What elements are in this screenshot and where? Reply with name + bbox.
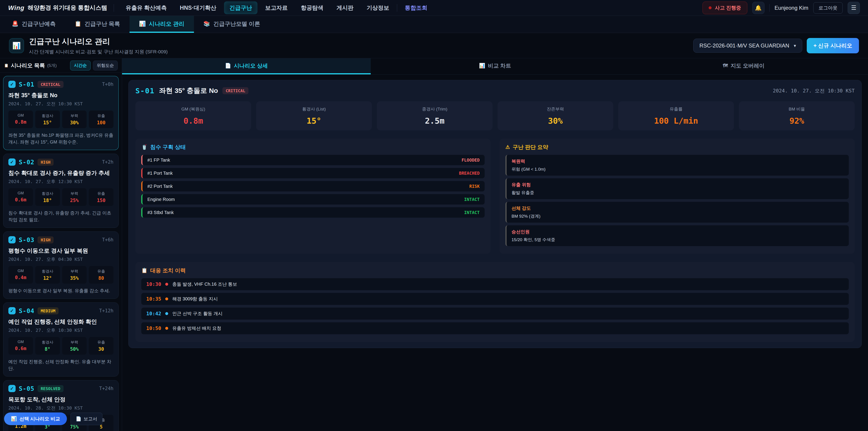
page-subtitle: 시간 단계별 시나리오 비교·검토 및 구난 의사결정 지원 (SFR-009) bbox=[29, 49, 168, 55]
scenario-checkbox[interactable]: ✓ bbox=[8, 158, 16, 166]
detail-severity-badge: CRITICAL bbox=[222, 87, 248, 94]
response-history-panel: 📋 대응 조치 이력 10:30 충돌 발생, VHF Ch.16 조난 통보 … bbox=[135, 262, 855, 342]
scenario-checkbox[interactable]: ✓ bbox=[8, 307, 16, 314]
clipboard-icon: 📋 bbox=[74, 21, 81, 27]
card-top-row: ✓ S-02 HIGH T+2h bbox=[8, 158, 114, 166]
flooding-status-panel: 🥤 침수 구획 상태 #1 FP Tank FLOODED #1 Port Ta… bbox=[135, 138, 491, 254]
time-offset: T+2h bbox=[102, 159, 114, 165]
bar-chart-icon: 📊 bbox=[479, 63, 485, 69]
scenario-card-s02[interactable]: ✓ S-02 HIGH T+2h 침수 확대로 경사 증가, 유출량 증가 추세… bbox=[3, 154, 119, 228]
scenario-metrics: GM0.8m 횡경사15° 부력30% 유출100 bbox=[8, 111, 114, 128]
check-icon: ✓ bbox=[10, 237, 14, 243]
tab-rescue-forecast[interactable]: 🚨 긴급구난예측 bbox=[2, 16, 65, 33]
nav-item-hns-dispersion[interactable]: HNS·대기확산 bbox=[175, 1, 222, 14]
tab-rescue-model-theory[interactable]: 📚 긴급구난모델 이론 bbox=[194, 16, 270, 33]
scenario-card-s04[interactable]: ✓ S-04 MEDIUM T+12h 예인 작업 진행중, 선체 안정화 확인… bbox=[3, 302, 119, 376]
user-name: Eunjeong Kim bbox=[775, 5, 808, 11]
brand[interactable]: Wing 해양환경 위기대응 통합시스템 bbox=[8, 4, 107, 12]
tab-map-overlay[interactable]: 🗺 지도 오버레이 bbox=[619, 58, 868, 74]
scenario-card-s03[interactable]: ✓ S-03 HIGH T+6h 평형수 이동으로 경사 일부 복원 2024.… bbox=[3, 232, 119, 299]
tab-label: 긴급구난모델 이론 bbox=[213, 20, 260, 28]
books-icon: 📚 bbox=[204, 21, 210, 27]
nav-item-board[interactable]: 게시판 bbox=[331, 1, 359, 14]
detail-scenario-id: S-01 bbox=[135, 87, 155, 95]
page-header-actions: RSC-2026-001·M/V SEA GUARDIAN ▾ + 신규 시나리… bbox=[693, 38, 859, 53]
card-top-row: ✓ S-05 RESOLVED T+24h bbox=[8, 385, 114, 392]
scenario-title: 침수 확대로 경사 증가, 유출량 증가 추세 bbox=[8, 169, 114, 177]
check-icon: ✓ bbox=[10, 82, 14, 87]
nav-item-reports[interactable]: 보고자료 bbox=[260, 1, 293, 14]
time-offset: T+12h bbox=[99, 308, 114, 313]
nav-item-integrated-search[interactable]: 통합조회 bbox=[399, 1, 433, 14]
document-icon: 📄 bbox=[76, 416, 81, 422]
content: 📋 시나리오 목록 (5개) 시간순 위험도순 ✓ S-01 CRITICAL … bbox=[0, 58, 868, 431]
hamburger-menu-button[interactable]: ☰ bbox=[848, 2, 860, 14]
nav-item-weather[interactable]: 기상정보 bbox=[361, 1, 395, 14]
flooding-panel-title: 침수 구획 상태 bbox=[150, 144, 186, 151]
scenario-description: 예인 작업 진행중, 선체 안정화 확인. 유출 대부분 차단. bbox=[8, 358, 114, 372]
nav-item-oil-spill-forecast[interactable]: 유출유 확산예측 bbox=[120, 1, 172, 14]
detail-datetime: 2024. 10. 27. 오전 10:30 KST bbox=[773, 88, 855, 94]
time-offset: T+0h bbox=[102, 82, 114, 87]
sort-by-risk-button[interactable]: 위험도순 bbox=[93, 61, 118, 70]
scenario-id: S-01 bbox=[19, 81, 34, 88]
compare-scenarios-button[interactable]: 📊 선택 시나리오 비교 bbox=[4, 412, 67, 425]
scenario-checkbox[interactable]: ✓ bbox=[8, 81, 16, 88]
nav-item-emergency-rescue[interactable]: 긴급구난 bbox=[224, 1, 257, 14]
scenario-card-s01[interactable]: ✓ S-01 CRITICAL T+0h 좌현 35° 충돌로 No 2024.… bbox=[3, 76, 119, 150]
tab-label: 긴급구난 목록 bbox=[85, 20, 120, 28]
flooding-icon: 🥤 bbox=[141, 144, 147, 150]
metric-buoyancy: 부력25% bbox=[62, 188, 87, 206]
scenario-checkbox[interactable]: ✓ bbox=[8, 236, 16, 243]
notifications-button[interactable]: 🔔 bbox=[752, 2, 765, 14]
scenario-title: 예인 작업 진행중, 선체 안정화 확인 bbox=[8, 318, 114, 326]
tab-rescue-list[interactable]: 📋 긴급구난 목록 bbox=[65, 16, 129, 33]
chart-icon: 📊 bbox=[12, 41, 21, 50]
metric-gm: GM0.6m bbox=[8, 337, 33, 355]
compare-label: 선택 시나리오 비교 bbox=[20, 415, 60, 422]
scenario-title: 좌현 35° 충돌로 No bbox=[8, 92, 114, 99]
case-select-dropdown[interactable]: RSC-2026-001·M/V SEA GUARDIAN ▾ bbox=[693, 39, 802, 53]
scenario-detail-panel: S-01 좌현 35° 충돌로 No CRITICAL 2024. 10. 27… bbox=[128, 80, 862, 348]
metric-gm: GM0.4m bbox=[8, 266, 33, 284]
incident-dot-icon bbox=[709, 6, 712, 9]
tab-comparison-chart[interactable]: 📊 비교 차트 bbox=[371, 58, 619, 74]
new-scenario-button[interactable]: + 신규 시나리오 bbox=[807, 38, 859, 53]
history-time: 10:35 bbox=[146, 296, 161, 302]
report-label: 보고서 bbox=[84, 416, 97, 422]
scenario-metrics: GM0.4m 횡경사12° 부력35% 유출80 bbox=[8, 266, 114, 284]
scenario-id: S-05 bbox=[19, 385, 34, 392]
scenario-datetime: 2024. 10. 27. 오후 10:30 KST bbox=[8, 327, 114, 333]
tab-scenario-detail[interactable]: 📄 시나리오 상세 bbox=[122, 58, 371, 74]
scenario-description: 침수 확대로 경사 증가, 유출량 증가 추세. 긴급 이초 작업 검토 필요. bbox=[8, 210, 114, 223]
history-row-1035: 10:35 해경 3009함 출동 지시 bbox=[141, 293, 849, 305]
metric-card-spill-rate: 유출률 100 L/min bbox=[618, 101, 734, 130]
sort-by-time-button[interactable]: 시간순 bbox=[70, 61, 91, 70]
scenario-checkbox[interactable]: ✓ bbox=[8, 385, 16, 392]
metric-gm: GM0.8m bbox=[8, 111, 33, 128]
judgement-spill-risk: 유출 위험 활발 유출중 bbox=[505, 178, 849, 199]
history-time: 10:30 bbox=[146, 281, 161, 287]
sort-toggle: 시간순 위험도순 bbox=[70, 61, 118, 70]
metric-list: 횡경사12° bbox=[35, 266, 60, 284]
scenario-description: 평형수 이동으로 경사 일부 복원. 유출률 감소 추세. bbox=[8, 287, 114, 294]
nav-item-aerial-search[interactable]: 항공탐색 bbox=[296, 1, 329, 14]
scenario-datetime: 2024. 10. 27. 오전 10:30 KST bbox=[8, 101, 114, 107]
logout-button[interactable]: 로그아웃 bbox=[813, 2, 843, 13]
severity-badge: MEDIUM bbox=[37, 307, 59, 314]
sidebar-title: 시나리오 목록 bbox=[11, 62, 45, 69]
time-offset: T+24h bbox=[99, 386, 114, 391]
list-icon: 📋 bbox=[4, 63, 8, 68]
bell-icon: 🔔 bbox=[755, 5, 762, 11]
detail-title: 좌현 35° 충돌로 No bbox=[159, 86, 218, 95]
metric-spill: 유출30 bbox=[89, 337, 114, 355]
tank-row-fp-tank: #1 FP Tank FLOODED bbox=[141, 155, 485, 165]
metric-card-trim: 종경사 (Trim) 2.5m bbox=[377, 101, 493, 130]
flooding-panel-header: 🥤 침수 구획 상태 bbox=[141, 144, 485, 151]
warning-icon: ⚠ bbox=[505, 144, 510, 150]
scenario-metrics: GM0.6m 횡경사8° 부력50% 유출30 bbox=[8, 337, 114, 355]
document-icon: 📄 bbox=[225, 63, 231, 69]
metric-gm: GM0.6m bbox=[8, 188, 33, 206]
report-button[interactable]: 📄 보고서 bbox=[70, 413, 102, 425]
tab-scenario-management[interactable]: 📊 시나리오 관리 bbox=[129, 16, 194, 33]
